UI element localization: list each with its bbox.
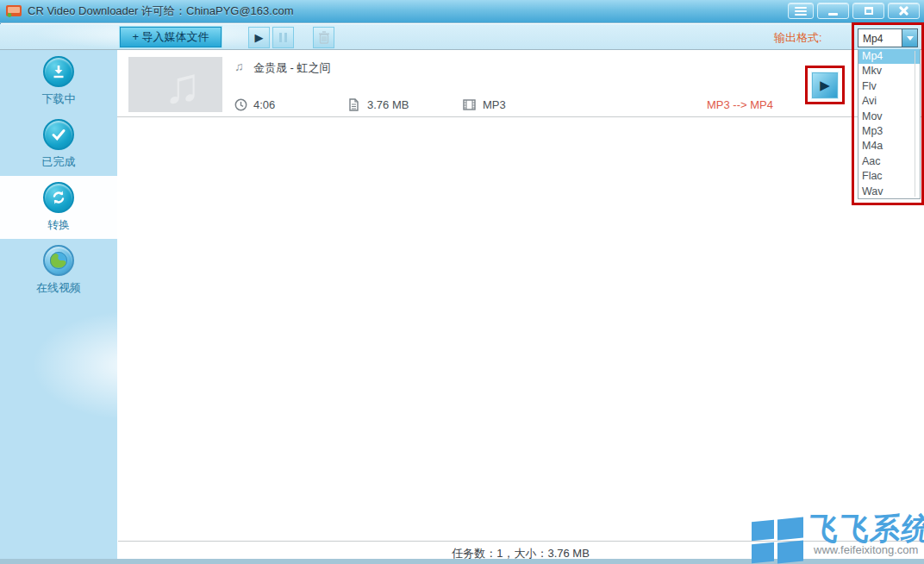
app-window: CR Video Downloader 许可给：ChinaPYG@163.com…: [0, 0, 924, 564]
close-button[interactable]: [888, 3, 920, 19]
windows-logo-icon: [752, 514, 805, 562]
sidebar-item-label: 转换: [47, 217, 70, 233]
music-note-watermark-icon: ♫: [164, 57, 202, 112]
menu-icon: [795, 7, 807, 16]
file-icon: [347, 98, 360, 111]
format-option-flv[interactable]: Flv: [858, 79, 920, 94]
start-button[interactable]: ▶: [248, 27, 270, 48]
film-icon: [463, 98, 476, 111]
sidebar-item-label: 下载中: [42, 91, 76, 107]
sidebar-item-downloading[interactable]: 下载中: [0, 50, 117, 113]
play-icon: ▶: [255, 31, 264, 44]
format-option-wav[interactable]: Wav: [858, 185, 920, 199]
format-select-value: Mp4: [858, 29, 902, 47]
sidebar: 下载中 已完成 转换: [0, 50, 117, 559]
play-icon: ▶: [820, 78, 830, 93]
media-row[interactable]: ♫ ♫ 金贵晟 - 虹之间 4:06 3.76 MB MP3 MP3 -->: [117, 50, 924, 117]
check-icon: [43, 119, 74, 150]
clock-icon: [234, 98, 247, 111]
sidebar-item-completed[interactable]: 已完成: [0, 113, 117, 176]
trash-icon: [318, 31, 330, 44]
music-note-icon: ♫: [234, 60, 244, 73]
format-option-flac[interactable]: Flac: [858, 169, 920, 184]
watermark-url: www.feifeixitong.com: [814, 543, 918, 556]
toolbar: + 导入媒体文件 ▶ 输出格式:: [0, 24, 924, 50]
format-option-m4a[interactable]: M4a: [858, 139, 920, 154]
media-size: 3.76 MB: [367, 98, 409, 111]
app-icon: [6, 5, 22, 17]
format-option-avi[interactable]: Avi: [858, 94, 920, 109]
pause-icon: [279, 33, 287, 42]
media-thumbnail: ♫: [128, 57, 222, 112]
sidebar-item-convert[interactable]: 转换: [0, 176, 117, 239]
sidebar-item-online-video[interactable]: 在线视频: [0, 239, 117, 302]
media-format: MP3: [483, 98, 506, 111]
close-icon: [899, 6, 908, 16]
list-scrollbar[interactable]: [915, 51, 915, 197]
format-option-aac[interactable]: Aac: [858, 154, 920, 169]
sidebar-item-label: 已完成: [42, 154, 76, 170]
download-icon: [43, 56, 74, 87]
format-option-mkv[interactable]: Mkv: [858, 64, 920, 78]
watermark: 飞飞系统 www.feifeixitong.com: [752, 509, 924, 562]
format-select[interactable]: Mp4: [858, 28, 918, 47]
format-option-mp3[interactable]: Mp3: [858, 124, 920, 139]
main-content: ♫ ♫ 金贵晟 - 虹之间 4:06 3.76 MB MP3 MP3 -->: [117, 50, 924, 559]
format-dropdown-list: Mp4 Mkv Flv Avi Mov Mp3 M4a Aac Flac Wav: [858, 49, 921, 199]
format-option-mov[interactable]: Mov: [858, 110, 920, 124]
minimize-icon: [828, 13, 838, 16]
import-media-button[interactable]: + 导入媒体文件: [120, 27, 222, 47]
convert-icon: [43, 182, 74, 213]
pause-button[interactable]: [272, 27, 294, 48]
output-format-label: 输出格式:: [774, 30, 822, 46]
media-duration: 4:06: [253, 98, 275, 111]
maximize-button[interactable]: [852, 3, 884, 19]
minimize-button[interactable]: [817, 3, 849, 19]
menu-button[interactable]: [788, 3, 814, 19]
delete-button[interactable]: [313, 27, 334, 48]
format-option-mp4[interactable]: Mp4: [858, 49, 920, 64]
title-bar: CR Video Downloader 许可给：ChinaPYG@163.com: [0, 0, 924, 23]
sidebar-item-label: 在线视频: [36, 280, 81, 296]
window-controls: [788, 3, 920, 19]
conversion-status: MP3 --> MP4: [707, 98, 773, 111]
window-title: CR Video Downloader 许可给：ChinaPYG@163.com: [28, 3, 293, 19]
dropdown-arrow-icon[interactable]: [902, 29, 917, 47]
maximize-icon: [865, 7, 873, 15]
convert-play-button[interactable]: ▶: [812, 72, 838, 98]
globe-icon: [43, 245, 74, 276]
media-title: 金贵晟 - 虹之间: [253, 60, 331, 76]
